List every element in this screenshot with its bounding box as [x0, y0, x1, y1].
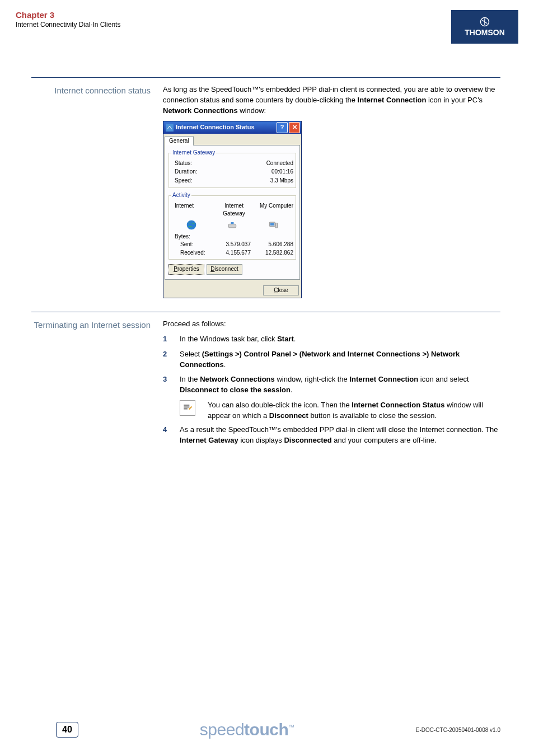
close-button[interactable]: ✕ [289, 122, 300, 133]
step-2: 2 Select (Settings >) Control Panel > (N… [163, 349, 500, 370]
bytes-grid: Bytes: Sent:3.579.0375.606.288 Received:… [171, 233, 293, 257]
thomson-logo-box: THOMSON [451, 10, 518, 44]
tab-content: Internet Gateway Status:Connected Durati… [165, 145, 300, 280]
dialog-titlebar[interactable]: Internet Connection Status ? ✕ [163, 121, 301, 134]
dialog-title: Internet Connection Status [166, 123, 255, 132]
internet-gateway-legend: Internet Gateway [171, 149, 216, 157]
globe-icon [186, 219, 197, 231]
duration-row: Duration:00:01:16 [171, 168, 293, 176]
internet-gateway-group: Internet Gateway Status:Connected Durati… [168, 149, 296, 188]
thomson-logo-text: THOMSON [465, 28, 505, 37]
section-terminating: Terminating an Internet session Proceed … [31, 312, 500, 450]
section-label-terminating: Terminating an Internet session [31, 319, 163, 450]
content-area: Internet connection status As long as th… [0, 77, 534, 450]
section-label-status: Internet connection status [31, 84, 163, 306]
dialog-close-row: Close [163, 283, 301, 298]
step-4: 4 As a result the SpeedTouch™'s embedded… [163, 425, 500, 446]
computer-icon [268, 219, 279, 231]
header-left: Chapter 3 Internet Connectivity Dial-In … [0, 10, 120, 44]
internet-connection-status-dialog: Internet Connection Status ? ✕ General I… [163, 121, 302, 299]
status-paragraph: As long as the SpeedTouch™'s embedded PP… [163, 84, 500, 116]
activity-group: Activity Internet Internet Gateway My Co… [168, 191, 296, 260]
section-body-status: As long as the SpeedTouch™'s embedded PP… [163, 84, 500, 306]
proceed-intro: Proceed as follows: [163, 319, 500, 330]
step-num-4: 4 [163, 425, 180, 446]
status-row: Status:Connected [171, 159, 293, 168]
steps-list: 1 In the Windows task bar, click Start. … [163, 334, 500, 396]
close-dialog-button[interactable]: Close [263, 285, 299, 296]
svg-point-2 [187, 220, 196, 229]
dialog-button-row: Properties Disconnect [168, 263, 296, 276]
disconnect-button[interactable]: Disconnect [207, 264, 242, 275]
thomson-logo-icon [480, 17, 490, 27]
activity-legend: Activity [171, 191, 191, 200]
section-connection-status: Internet connection status As long as th… [31, 77, 500, 306]
dialog-tabs: General [163, 134, 301, 146]
dialog-title-icon [166, 124, 174, 132]
svg-rect-7 [275, 223, 277, 227]
step-1: 1 In the Windows task bar, click Start. [163, 334, 500, 345]
document-id: E-DOC-CTC-20050401-0008 v1.0 [416, 727, 500, 733]
titlebar-buttons: ? ✕ [277, 122, 300, 133]
step-num-3: 3 [163, 374, 180, 396]
step-3: 3 In the Network Connections window, rig… [163, 374, 500, 396]
note-icon [180, 400, 195, 416]
step-num-1: 1 [163, 334, 180, 345]
activity-headers: Internet Internet Gateway My Computer [171, 202, 293, 218]
note-block: You can also double-click the icon. Then… [180, 400, 500, 421]
properties-button[interactable]: Properties [168, 264, 204, 275]
svg-rect-6 [270, 223, 274, 225]
svg-rect-4 [231, 222, 233, 224]
speed-row: Speed:3.3 Mbps [171, 177, 293, 185]
page-header: Chapter 3 Internet Connectivity Dial-In … [0, 0, 534, 44]
section-body-terminating: Proceed as follows: 1 In the Windows tas… [163, 319, 500, 450]
svg-rect-1 [166, 124, 174, 132]
chapter-subtitle: Internet Connectivity Dial-In Clients [16, 21, 120, 29]
tab-general[interactable]: General [165, 136, 194, 146]
gateway-icon [227, 219, 238, 231]
svg-rect-3 [228, 224, 236, 228]
page-number: 40 [56, 722, 78, 738]
step-num-2: 2 [163, 349, 180, 370]
note-text: You can also double-click the icon. Then… [208, 400, 500, 421]
help-button[interactable]: ? [277, 122, 288, 133]
activity-icons [171, 219, 293, 231]
steps-list-2: 4 As a result the SpeedTouch™'s embedded… [163, 425, 500, 446]
speedtouch-logo: speedtouch™ [200, 720, 294, 739]
chapter-title: Chapter 3 [16, 10, 120, 20]
page-footer: 40 speedtouch™ E-DOC-CTC-20050401-0008 v… [0, 720, 534, 739]
